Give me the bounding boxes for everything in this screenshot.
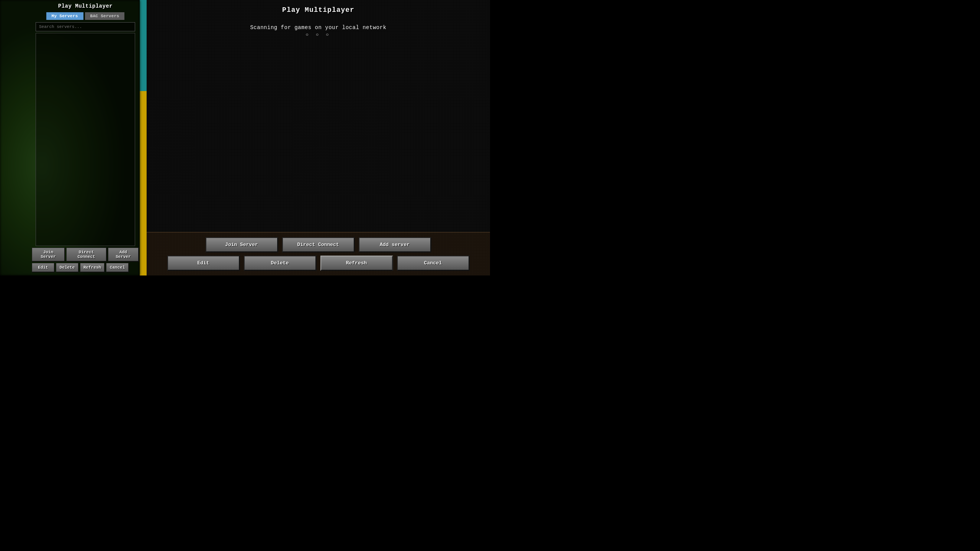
right-btn-row-1: Join Server Direct Connect Add server (154, 237, 482, 253)
direct-connect-button[interactable]: Direct Connect (66, 248, 107, 262)
left-title: Play Multiplayer (58, 3, 113, 9)
cancel-button[interactable]: Cancel (106, 263, 129, 272)
left-server-list (36, 33, 135, 246)
left-btn-row-2: Edit Delete Refresh Cancel (32, 263, 139, 272)
tab-bac-servers[interactable]: BAC Servers (85, 12, 125, 20)
delete-button[interactable]: Delete (56, 263, 79, 272)
add-server-button[interactable]: Add Server (108, 248, 139, 262)
scanning-text: Scanning for games on your local network (147, 24, 490, 31)
right-btn-row-2: Edit Delete Refresh Cancel (154, 256, 482, 271)
right-panel: Play Multiplayer Scanning for games on y… (147, 0, 490, 276)
edit-button[interactable]: Edit (32, 263, 55, 272)
left-panel: Play Multiplayer My Servers BAC Servers … (0, 0, 140, 276)
right-direct-connect-button[interactable]: Direct Connect (282, 237, 355, 253)
tab-my-servers[interactable]: My Servers (46, 12, 83, 20)
tabs-row: My Servers BAC Servers (46, 12, 125, 20)
left-btn-row-1: Join Server Direct Connect Add Server (32, 248, 139, 262)
panel-divider (140, 0, 147, 276)
right-cancel-button[interactable]: Cancel (397, 256, 470, 271)
scanning-dots: ○ ○ ○ (147, 32, 490, 37)
refresh-button[interactable]: Refresh (80, 263, 105, 272)
right-edit-button[interactable]: Edit (167, 256, 240, 271)
right-server-list (147, 37, 490, 232)
right-title: Play Multiplayer (147, 0, 490, 20)
right-add-server-button[interactable]: Add server (359, 237, 431, 253)
right-delete-button[interactable]: Delete (244, 256, 317, 271)
join-server-button[interactable]: Join Server (32, 248, 65, 262)
right-bottom-buttons: Join Server Direct Connect Add server Ed… (147, 232, 490, 276)
right-refresh-button[interactable]: Refresh (320, 256, 393, 271)
search-input[interactable] (36, 22, 135, 31)
right-join-server-button[interactable]: Join Server (206, 237, 278, 253)
left-dialog: Play Multiplayer My Servers BAC Servers … (32, 0, 139, 276)
left-bottom-buttons: Join Server Direct Connect Add Server Ed… (32, 248, 139, 272)
